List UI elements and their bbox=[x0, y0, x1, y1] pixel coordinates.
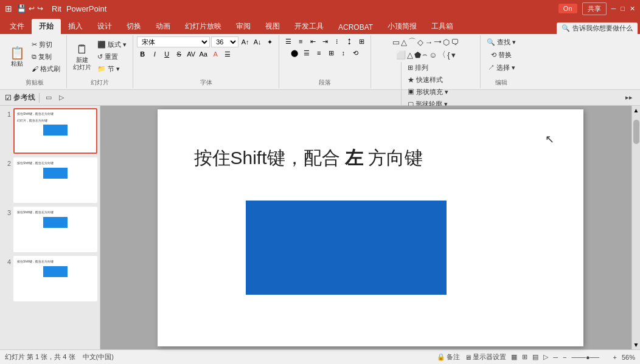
quick-save-icon[interactable]: 💾 bbox=[17, 4, 26, 13]
align-left-btn[interactable]: ⬤ bbox=[289, 48, 300, 58]
slide-thumb-3[interactable]: 3 按住Shift键，配合左方向键 bbox=[2, 207, 97, 252]
shape-icon-6[interactable]: ⭢ bbox=[434, 38, 442, 47]
on-label[interactable]: On bbox=[558, 4, 577, 13]
zoom-out-btn[interactable]: − bbox=[563, 354, 566, 361]
quick-style-button[interactable]: ★ 快速样式 bbox=[405, 74, 451, 86]
shape-icon-4[interactable]: ◇ bbox=[417, 38, 423, 47]
text-dir-btn[interactable]: ⭥ bbox=[344, 36, 355, 46]
tab-design[interactable]: 设计 bbox=[90, 19, 119, 34]
shape-icon-13[interactable]: ☺ bbox=[429, 50, 437, 60]
cut-button[interactable]: ✂ 剪切 bbox=[29, 39, 63, 50]
close-btn[interactable]: ✕ bbox=[630, 5, 635, 13]
layout-button[interactable]: ⬛ 版式 ▾ bbox=[95, 39, 129, 50]
font-color-btn[interactable]: A bbox=[210, 49, 221, 59]
shape-icon-3[interactable]: ⌒ bbox=[408, 36, 416, 47]
tab-toolbox[interactable]: 工具箱 bbox=[424, 19, 461, 34]
shape-icon-9[interactable]: ⬜ bbox=[396, 50, 406, 60]
replace-button[interactable]: ⟲ 替换 bbox=[489, 49, 514, 61]
tab-animation[interactable]: 动画 bbox=[148, 19, 178, 34]
toolbar-more-btn[interactable]: ▸▸ bbox=[623, 92, 635, 103]
shape-icon-2[interactable]: △ bbox=[401, 38, 407, 47]
underline-button[interactable]: U bbox=[161, 49, 172, 59]
slide-thumb-2[interactable]: 2 按住Shift键，配合左方向键 bbox=[2, 157, 97, 203]
indent-inc-btn[interactable]: ⇥ bbox=[319, 36, 330, 46]
slide-thumb-1[interactable]: 1 按住Shift键，配合左方向键 幻灯片，配合左方向键 bbox=[2, 108, 97, 154]
char-spacing-btn[interactable]: AV bbox=[186, 49, 197, 59]
select-button[interactable]: ↗ 选择 ▾ bbox=[485, 62, 518, 74]
paste-button[interactable]: 📋 粘贴 bbox=[6, 39, 28, 75]
tab-slideshow[interactable]: 幻灯片放映 bbox=[178, 19, 229, 34]
format-painter-button[interactable]: 🖌 格式刷 bbox=[29, 63, 63, 75]
arrange-button[interactable]: ⊞ 排列 bbox=[405, 62, 451, 74]
tab-transition[interactable]: 切换 bbox=[119, 19, 148, 34]
section-button[interactable]: 📁 节 ▾ bbox=[95, 63, 129, 75]
list-button[interactable]: ☰ bbox=[283, 36, 294, 46]
shadow-btn[interactable]: ☰ bbox=[222, 49, 233, 59]
line-spacing-btn[interactable]: ↕ bbox=[338, 48, 349, 58]
tab-view[interactable]: 视图 bbox=[258, 19, 287, 34]
new-slide-button[interactable]: 🗒 新建幻灯片 bbox=[71, 39, 94, 75]
convert-btn[interactable]: ⟲ bbox=[350, 48, 361, 58]
search-box[interactable]: 🔍 告诉我你想要做什么 bbox=[557, 22, 638, 34]
reference-line-checkbox[interactable]: ☑ 参考线 bbox=[5, 92, 35, 103]
vertical-scrollbar[interactable]: ▲ ▼ bbox=[631, 106, 640, 349]
shape-icon-8[interactable]: 🗨 bbox=[451, 38, 459, 47]
italic-button[interactable]: I bbox=[149, 49, 160, 59]
app-menu-icon[interactable]: ⊞ bbox=[5, 4, 12, 13]
indent-dec-btn[interactable]: ⇤ bbox=[307, 36, 318, 46]
shape-icon-11[interactable]: ⬟ bbox=[414, 50, 421, 60]
reset-button[interactable]: ↺ 重置 bbox=[95, 51, 129, 63]
view-slide-btn[interactable]: ⊞ bbox=[522, 353, 527, 361]
align-right-btn[interactable]: ≡ bbox=[313, 48, 324, 58]
quick-undo-icon[interactable]: ↩ bbox=[29, 4, 35, 13]
maximize-btn[interactable]: □ bbox=[621, 5, 625, 12]
scroll-thumb[interactable] bbox=[633, 120, 639, 144]
shape-icon-10[interactable]: △ bbox=[407, 50, 413, 60]
font-size-increase-btn[interactable]: A↑ bbox=[240, 37, 251, 47]
grid-btn[interactable]: ▭ bbox=[43, 92, 54, 103]
num-list-button[interactable]: ≡ bbox=[295, 36, 306, 46]
align-justify-btn[interactable]: ⊞ bbox=[325, 48, 336, 58]
shape-fill-button[interactable]: ▣ 形状填充 ▾ bbox=[405, 86, 451, 98]
display-settings-btn[interactable]: 🖥 显示器设置 bbox=[465, 352, 506, 362]
view-normal-btn[interactable]: ▦ bbox=[511, 353, 517, 361]
tab-acrobat[interactable]: ACROBAT bbox=[331, 21, 380, 34]
view-slideshow-btn[interactable]: ▷ bbox=[543, 353, 548, 361]
shape-icon-1[interactable]: ▭ bbox=[392, 38, 400, 47]
play-btn[interactable]: ▷ bbox=[57, 92, 66, 103]
case-btn[interactable]: Aa bbox=[198, 49, 209, 59]
tab-insert[interactable]: 插入 bbox=[61, 19, 90, 34]
find-button[interactable]: 🔍 查找 ▾ bbox=[484, 36, 518, 48]
zoom-in-btn[interactable]: + bbox=[613, 354, 617, 361]
shape-icon-5[interactable]: → bbox=[425, 38, 433, 47]
font-size-select[interactable]: 36 24 48 bbox=[211, 36, 238, 47]
bold-button[interactable]: B bbox=[137, 49, 148, 59]
view-reading-btn[interactable]: ▤ bbox=[532, 353, 538, 361]
tab-home[interactable]: 开始 bbox=[32, 19, 61, 34]
tab-developer[interactable]: 开发工具 bbox=[287, 19, 331, 34]
clear-format-btn[interactable]: ✦ bbox=[264, 37, 275, 47]
copy-button[interactable]: ⧉ 复制 bbox=[29, 51, 63, 63]
smartart-btn[interactable]: ⊞ bbox=[356, 36, 367, 46]
share-btn[interactable]: 共享 bbox=[582, 2, 607, 15]
slide-thumb-4[interactable]: 4 按住Shift键，配合左方向键 bbox=[2, 256, 97, 301]
shape-icon-14[interactable]: 〈 bbox=[438, 49, 446, 60]
align-center-btn[interactable]: ☰ bbox=[301, 48, 312, 58]
col-btn[interactable]: ⫶ bbox=[332, 36, 343, 46]
more-shapes-btn[interactable]: ▾ bbox=[451, 50, 456, 60]
tab-topjianpu[interactable]: 小顶简报 bbox=[380, 19, 424, 34]
zoom-slider[interactable]: ───●── bbox=[572, 354, 608, 361]
scroll-down-arrow[interactable]: ▼ bbox=[633, 342, 639, 348]
backup-btn[interactable]: 🔒 备注 bbox=[437, 352, 460, 362]
shape-icon-15[interactable]: { bbox=[447, 50, 450, 60]
strikethrough-button[interactable]: S bbox=[173, 49, 184, 59]
font-size-decrease-btn[interactable]: A↓ bbox=[252, 37, 263, 47]
scroll-up-arrow[interactable]: ▲ bbox=[633, 107, 639, 114]
tab-review[interactable]: 审阅 bbox=[229, 19, 258, 34]
shape-icon-12[interactable]: ⌢ bbox=[422, 50, 428, 60]
minimize-btn[interactable]: ─ bbox=[611, 5, 616, 12]
tab-file[interactable]: 文件 bbox=[2, 19, 32, 34]
slide-canvas[interactable]: 按住Shift键，配合 左 方向键 ↖ bbox=[158, 109, 583, 346]
font-family-select[interactable]: 宋体 黑体 Arial bbox=[137, 36, 210, 47]
quick-redo-icon[interactable]: ↪ bbox=[37, 4, 43, 13]
